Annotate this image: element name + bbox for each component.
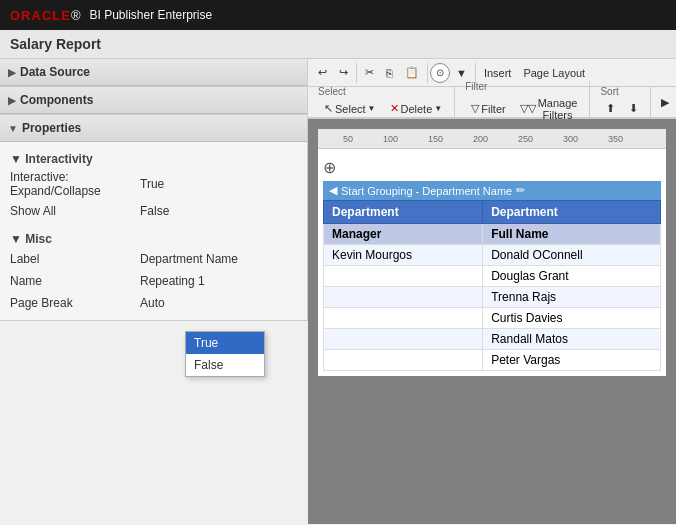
name-field-label: Name	[10, 274, 140, 288]
components-label: Components	[20, 93, 93, 107]
table-row: Curtis Davies	[324, 308, 661, 329]
data-source-arrow: ▶	[8, 67, 16, 78]
fullname-label: Full Name	[483, 224, 661, 245]
page-break-row: Page Break Auto	[10, 292, 297, 314]
components-header[interactable]: ▶ Components	[0, 87, 307, 114]
grouping-edit-icon[interactable]: ✏	[516, 184, 525, 197]
ruler-mark-250: 250	[518, 134, 533, 144]
insert-button[interactable]: Insert	[478, 64, 518, 82]
report-canvas: ⊕ ◀ Start Grouping - Department Name ✏ D…	[318, 149, 666, 376]
redo-button[interactable]: ↪	[333, 63, 354, 82]
sort-desc-icon: ⬇	[629, 102, 638, 115]
sort-asc-icon: ⬆	[606, 102, 615, 115]
sort-asc-button[interactable]: ⬆	[600, 99, 621, 118]
toolbar-bottom: Select ↖ Select ▼ ✕ Delete ▼ Filter	[308, 87, 676, 119]
sep3	[475, 63, 476, 83]
sort-section-label: Sort	[600, 86, 618, 97]
select-section: Select ↖ Select ▼ ✕ Delete ▼	[312, 86, 455, 118]
properties-content: ▼ Interactivity Interactive: Expand/Coll…	[0, 142, 307, 320]
cell-col1	[324, 350, 483, 371]
properties-section: ▼ Properties ▼ Interactivity Interactive…	[0, 115, 307, 321]
copy-button[interactable]: ⎘	[380, 64, 399, 82]
label-field-value: Department Name	[140, 252, 238, 266]
sep2	[427, 63, 428, 83]
show-all-value: False	[140, 204, 169, 218]
app-title: BI Publisher Enterprise	[89, 8, 212, 22]
table-row: Douglas Grant	[324, 266, 661, 287]
page-break-value: Auto	[140, 296, 165, 310]
label-row: Label Department Name	[10, 248, 297, 270]
interactive-expand-label: Interactive: Expand/Collapse	[10, 170, 140, 198]
delete-dropdown-arrow: ▼	[434, 104, 442, 113]
delete-button[interactable]: ✕ Delete ▼	[384, 99, 449, 118]
subheader-row: Manager Full Name	[324, 224, 661, 245]
cut-button[interactable]: ✂	[359, 63, 380, 82]
ruler-mark-50: 50	[343, 134, 353, 144]
select-icon: ↖	[324, 102, 333, 115]
left-panel: ▶ Data Source ▶ Components ▼ Properties	[0, 59, 308, 524]
filter-section-label: Filter	[465, 81, 487, 92]
boolean-dropdown[interactable]: True False	[185, 331, 265, 377]
right-panel: ↩ ↪ ✂ ⎘ 📋 ⊙ ▼ Insert Page Layout Select …	[308, 59, 676, 524]
interactive-expand-value: True	[140, 177, 164, 191]
sort-desc-button[interactable]: ⬇	[623, 99, 644, 118]
undo-button[interactable]: ↩	[312, 63, 333, 82]
manager-label: Manager	[324, 224, 483, 245]
page-break-label: Page Break	[10, 296, 140, 310]
interactivity-label: ▼ Interactivity	[10, 148, 297, 168]
table-header-row: Department Department	[324, 201, 661, 224]
add-row-icon[interactable]: ⊕	[323, 159, 336, 176]
table-row: Trenna Rajs	[324, 287, 661, 308]
cell-col2: Trenna Rajs	[483, 287, 661, 308]
data-source-header[interactable]: ▶ Data Source	[0, 59, 307, 86]
top-bar: ORACLE® BI Publisher Enterprise	[0, 0, 676, 30]
interactive-expand-row: Interactive: Expand/Collapse True	[10, 168, 297, 200]
cell-col1	[324, 308, 483, 329]
label-field-label: Label	[10, 252, 140, 266]
name-row: Name Repeating 1	[10, 270, 297, 292]
main-layout: ▶ Data Source ▶ Components ▼ Properties	[0, 59, 676, 524]
grouping-header-text: Start Grouping - Department Name	[341, 185, 512, 197]
data-source-section: ▶ Data Source	[0, 59, 307, 87]
filter-button[interactable]: ▽ Filter	[465, 99, 511, 118]
dropdown-true-option[interactable]: True	[186, 332, 264, 354]
components-section: ▶ Components	[0, 87, 307, 115]
select-dropdown-arrow: ▼	[368, 104, 376, 113]
delete-icon: ✕	[390, 102, 399, 115]
grouping-header: ◀ Start Grouping - Department Name ✏	[323, 181, 661, 200]
components-arrow: ▶	[8, 95, 16, 106]
col2-header: Department	[483, 201, 661, 224]
ruler-mark-150: 150	[428, 134, 443, 144]
paste-button[interactable]: 📋	[399, 63, 425, 82]
cell-col1	[324, 266, 483, 287]
misc-icon2-button[interactable]: ▼	[450, 64, 473, 82]
sort-btns: ⬆ ⬇	[600, 99, 644, 118]
misc-icon-button[interactable]: ⊙	[430, 63, 450, 83]
manage-filters-icon: ▽▽	[520, 102, 536, 115]
show-all-row: Show All False	[10, 200, 297, 222]
page-layout-button[interactable]: Page Layout	[517, 64, 591, 82]
properties-label: Properties	[22, 121, 81, 135]
group-arrow: ◀	[329, 184, 337, 197]
report-title: Salary Report	[10, 36, 101, 52]
oracle-logo-r: ®	[71, 8, 82, 23]
interactivity-arrow: ▼	[10, 152, 25, 166]
data-source-label: Data Source	[20, 65, 90, 79]
properties-header[interactable]: ▼ Properties	[0, 115, 307, 142]
report-tbody: Manager Full Name Kevin MourgosDonald OC…	[324, 224, 661, 371]
scroll-right-button[interactable]: ▶	[655, 93, 675, 112]
cell-col2: Peter Vargas	[483, 350, 661, 371]
report-table: Department Department Manager Full Name …	[323, 200, 661, 371]
misc-arrow: ▼	[10, 232, 25, 246]
add-row-area: ⊕	[323, 154, 661, 181]
ruler-mark-200: 200	[473, 134, 488, 144]
select-button[interactable]: ↖ Select ▼	[318, 99, 382, 118]
cell-col1: Kevin Mourgos	[324, 245, 483, 266]
filter-section: Filter ▽ Filter ▽▽ Manage Filters	[459, 81, 590, 124]
sep1	[356, 63, 357, 83]
dropdown-false-option[interactable]: False	[186, 354, 264, 376]
report-title-bar: Salary Report	[0, 30, 676, 59]
misc-label: ▼ Misc	[10, 228, 297, 248]
canvas-area[interactable]: 50 100 150 200 250 300 350 ⊕ ◀ Start Gro…	[308, 119, 676, 524]
table-row: Kevin MourgosDonald OConnell	[324, 245, 661, 266]
